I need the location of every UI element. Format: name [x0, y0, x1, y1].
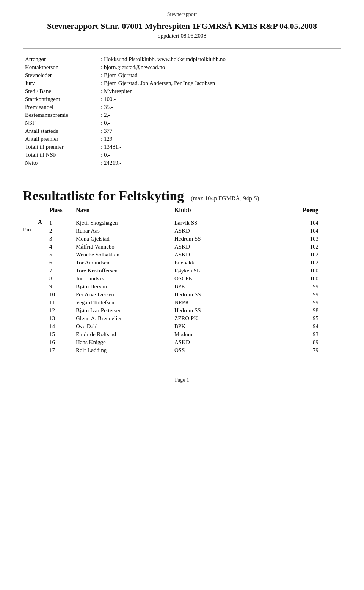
info-value: : 24219,-: [99, 159, 341, 167]
section-subtitle-text: (max 104p FGMRÅ, 94p S): [191, 195, 259, 202]
row-poeng: 93: [273, 331, 318, 338]
row-plass: 8: [49, 275, 76, 282]
info-value: : 13481,-: [99, 143, 341, 151]
row-poeng: 99: [273, 283, 318, 290]
row-navn: Vegard Tollefsen: [76, 299, 174, 306]
row-klubb: BPK: [174, 323, 273, 330]
row-navn: Wenche Solbakken: [76, 252, 174, 258]
info-label: Sted / Bane: [23, 87, 99, 95]
sub-title: oppdatert 08.05.2008: [23, 33, 341, 39]
info-label: Kontaktperson: [23, 63, 99, 71]
row-plass: 4: [49, 244, 76, 250]
row-plass: 14: [49, 323, 76, 330]
info-row: Totalt til premier: 13481,-: [23, 143, 341, 151]
row-poeng: 94: [273, 323, 318, 330]
row-navn: Jon Landvik: [76, 275, 174, 282]
info-label: Stevneleder: [23, 71, 99, 79]
row-plass: 1: [49, 220, 76, 226]
row-navn: Hans Knigge: [76, 339, 174, 346]
category-letter: A: [38, 219, 49, 225]
results-header: Plass Navn Klubb Poeng: [23, 207, 341, 215]
table-row: 1Kjetil SkogshagenLarvik SS104: [49, 219, 341, 227]
info-row: Totalt til NSF: 0,-: [23, 151, 341, 159]
row-poeng: 100: [273, 267, 318, 274]
row-poeng: 98: [273, 307, 318, 314]
row-navn: Mona Gjelstad: [76, 236, 174, 242]
row-navn: Tore Kristoffersen: [76, 267, 174, 274]
row-klubb: ASKD: [174, 339, 273, 346]
page-header-label: Stevnerapport: [167, 11, 197, 17]
info-row: NSF: 0,-: [23, 119, 341, 127]
header-navn: Navn: [76, 207, 174, 214]
row-klubb: Larvik SS: [174, 220, 273, 226]
info-row: Netto: 24219,-: [23, 159, 341, 167]
row-navn: Rolf Lødding: [76, 347, 174, 354]
page-footer: Page 1: [23, 377, 341, 383]
row-navn: Ove Dahl: [76, 323, 174, 330]
category-group: FinA1Kjetil SkogshagenLarvik SS1042Runar…: [23, 219, 341, 354]
row-navn: Per Arve Iversen: [76, 291, 174, 298]
row-poeng: 104: [273, 228, 318, 234]
info-label: NSF: [23, 119, 99, 127]
row-plass: 9: [49, 283, 76, 290]
info-row: Premieandel: 35,-: [23, 103, 341, 111]
row-klubb: OSS: [174, 347, 273, 354]
row-navn: Kjetil Skogshagen: [76, 220, 174, 226]
info-row: Arrangør: Hokksund Pistolklubb, www.hokk…: [23, 55, 341, 63]
sub-title-text: oppdatert 08.05.2008: [158, 33, 206, 39]
row-plass: 6: [49, 260, 76, 266]
row-navn: Eindride Rolfstad: [76, 331, 174, 338]
table-row: 17Rolf LøddingOSS79: [49, 346, 341, 354]
row-klubb: Enebakk: [174, 260, 273, 266]
info-value: : 0,-: [99, 119, 341, 127]
info-label: Premieandel: [23, 103, 99, 111]
info-row: Bestemannspremie: 2,-: [23, 111, 341, 119]
table-row: 6Tor AmundsenEnebakk102: [49, 259, 341, 267]
info-label: Jury: [23, 79, 99, 87]
header-poeng: Poeng: [273, 207, 318, 214]
row-plass: 17: [49, 347, 76, 354]
section-title-text: Resultatliste for Feltskyting: [23, 188, 184, 204]
category-rows: 1Kjetil SkogshagenLarvik SS1042Runar Aas…: [49, 219, 341, 354]
row-klubb: OSCPK: [174, 275, 273, 282]
info-row: Sted / Bane: Myhrespiten: [23, 87, 341, 95]
table-row: 4Målfrid VanneboASKD102: [49, 243, 341, 251]
main-title: Stevnerapport St.nr. 07001 Myhrespiten 1…: [23, 21, 341, 31]
header-spacer-cat: [38, 207, 49, 214]
info-label: Antall startede: [23, 127, 99, 135]
table-row: 2Runar AasASKD104: [49, 227, 341, 235]
row-poeng: 102: [273, 252, 318, 258]
row-klubb: Hedrum SS: [174, 307, 273, 314]
row-navn: Bjørn Hervard: [76, 283, 174, 290]
row-navn: Glenn A. Brennelien: [76, 315, 174, 322]
info-label: Startkontingent: [23, 95, 99, 103]
table-row: 12Bjørn Ivar PettersenHedrum SS98: [49, 307, 341, 315]
row-klubb: Hedrum SS: [174, 291, 273, 298]
info-value: : 2,-: [99, 111, 341, 119]
info-row: Antall startede: 377: [23, 127, 341, 135]
row-plass: 10: [49, 291, 76, 298]
row-poeng: 99: [273, 291, 318, 298]
info-table: Arrangør: Hokksund Pistolklubb, www.hokk…: [23, 55, 341, 167]
row-plass: 5: [49, 252, 76, 258]
row-klubb: BPK: [174, 283, 273, 290]
row-klubb: Røyken SL: [174, 267, 273, 274]
header-klubb: Klubb: [174, 207, 273, 214]
header-plass: Plass: [49, 207, 76, 214]
info-value: : 35,-: [99, 103, 341, 111]
row-poeng: 102: [273, 260, 318, 266]
info-row: Kontaktperson: bjorn.gjerstad@newcad.no: [23, 63, 341, 71]
info-label: Netto: [23, 159, 99, 167]
row-plass: 15: [49, 331, 76, 338]
info-row: Antall premier: 129: [23, 135, 341, 143]
row-plass: 2: [49, 228, 76, 234]
row-poeng: 104: [273, 220, 318, 226]
row-navn: Runar Aas: [76, 228, 174, 234]
results-section: FinA1Kjetil SkogshagenLarvik SS1042Runar…: [23, 219, 341, 354]
info-value: : 377: [99, 127, 341, 135]
row-klubb: ASKD: [174, 244, 273, 250]
info-value: : Myhrespiten: [99, 87, 341, 95]
row-poeng: 103: [273, 236, 318, 242]
table-row: 10Per Arve IversenHedrum SS99: [49, 291, 341, 299]
table-row: 13Glenn A. BrennelienZERO PK95: [49, 315, 341, 323]
